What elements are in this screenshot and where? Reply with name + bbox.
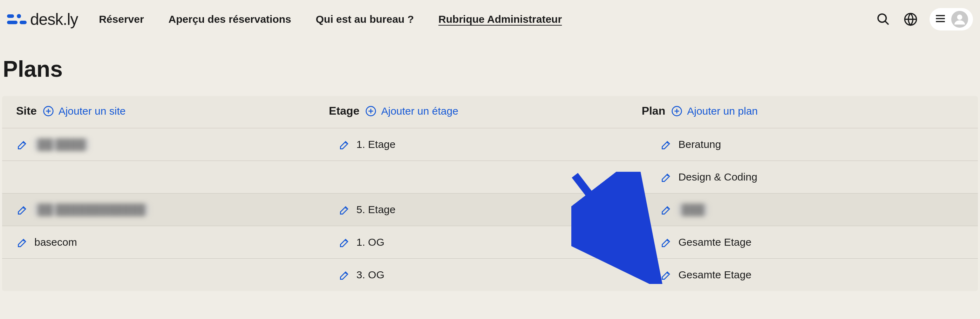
edit-icon[interactable]: [660, 139, 672, 150]
column-plan: Plan Ajouter un plan: [642, 104, 964, 117]
edit-icon[interactable]: [660, 269, 672, 281]
add-site-label: Ajouter un site: [59, 105, 126, 117]
etage-label[interactable]: 1. Etage: [356, 139, 396, 150]
edit-icon[interactable]: [16, 204, 28, 215]
nav-right: [875, 8, 973, 30]
etage-cell: 3. OG: [324, 259, 646, 291]
plan-label[interactable]: ███: [678, 204, 708, 215]
edit-icon[interactable]: [338, 204, 350, 215]
logo-text: desk.ly: [30, 10, 78, 29]
site-cell: [2, 259, 324, 291]
site-cell: [2, 161, 324, 193]
table-row: ██ ████ 1. Etage Beratung: [2, 128, 978, 161]
svg-line-5: [885, 21, 889, 24]
edit-icon[interactable]: [16, 236, 28, 248]
site-column-label: Site: [16, 104, 37, 117]
edit-icon[interactable]: [16, 139, 28, 150]
globe-icon[interactable]: [902, 11, 919, 28]
site-cell: ██ ████████████: [2, 193, 324, 226]
edit-icon[interactable]: [338, 269, 350, 281]
plan-cell: Gesamte Etage: [646, 226, 978, 258]
nav-bureau[interactable]: Qui est au bureau ?: [316, 13, 414, 25]
table-row: Design & Coding: [2, 161, 978, 193]
plan-label[interactable]: Design & Coding: [678, 171, 757, 183]
page-title: Plans: [0, 38, 980, 96]
nav-apercu[interactable]: Aperçu des réservations: [169, 13, 291, 25]
site-label[interactable]: ██ ████████████: [34, 204, 149, 215]
plan-label[interactable]: Gesamte Etage: [678, 269, 751, 281]
site-cell: ██ ████: [2, 128, 324, 161]
plus-circle-icon: [365, 105, 377, 117]
table-row: ██ ████████████ 5. Etage ███: [2, 193, 978, 226]
plan-cell: Gesamte Etage: [646, 259, 978, 291]
table-row: basecom 1. OG Gesamte Etage: [2, 226, 978, 258]
table-row: 3. OG Gesamte Etage: [2, 258, 978, 291]
plus-circle-icon: [42, 105, 54, 117]
plan-label[interactable]: Beratung: [678, 139, 721, 150]
rows: ██ ████ 1. Etage Beratung Design & Codin…: [2, 128, 978, 291]
top-nav: desk.ly Réserver Aperçu des réservations…: [0, 0, 980, 38]
add-site-button[interactable]: Ajouter un site: [42, 105, 126, 117]
etage-cell: 1. OG: [324, 226, 646, 258]
search-icon[interactable]: [875, 11, 892, 28]
column-site: Site Ajouter un site: [16, 104, 329, 117]
etage-cell: 1. Etage: [324, 128, 646, 161]
nav-reserver[interactable]: Réserver: [99, 13, 144, 25]
nav-links: Réserver Aperçu des réservations Qui est…: [99, 13, 562, 25]
columns-header: Site Ajouter un site Etage Ajouter un ét…: [2, 104, 978, 128]
add-plan-label: Ajouter un plan: [687, 105, 758, 117]
logo-icon: [7, 12, 27, 26]
etage-cell: [324, 161, 646, 193]
etage-cell: 5. Etage: [324, 193, 646, 226]
plan-label[interactable]: Gesamte Etage: [678, 236, 751, 248]
logo[interactable]: desk.ly: [7, 10, 78, 29]
svg-rect-3: [20, 21, 27, 24]
etage-label[interactable]: 1. OG: [356, 236, 385, 248]
edit-icon[interactable]: [338, 139, 350, 150]
plus-circle-icon: [671, 105, 683, 117]
plan-cell: ███: [646, 193, 978, 226]
add-plan-button[interactable]: Ajouter un plan: [671, 105, 758, 117]
plan-cell: Design & Coding: [646, 161, 978, 193]
user-menu[interactable]: [929, 8, 973, 30]
etage-label[interactable]: 5. Etage: [356, 204, 396, 215]
add-etage-label: Ajouter un étage: [381, 105, 458, 117]
column-etage: Etage Ajouter un étage: [329, 104, 641, 117]
etage-column-label: Etage: [329, 104, 359, 117]
svg-point-1: [17, 14, 21, 18]
svg-rect-2: [7, 21, 18, 24]
svg-point-10: [957, 15, 963, 20]
nav-admin[interactable]: Rubrique Administrateur: [439, 13, 562, 25]
hamburger-icon: [934, 13, 947, 26]
plans-panel: Site Ajouter un site Etage Ajouter un ét…: [2, 96, 978, 291]
edit-icon[interactable]: [338, 236, 350, 248]
plan-column-label: Plan: [642, 104, 666, 117]
site-label[interactable]: ██ ████: [34, 139, 89, 150]
etage-label[interactable]: 3. OG: [356, 269, 385, 281]
site-label[interactable]: basecom: [34, 236, 77, 248]
edit-icon[interactable]: [660, 236, 672, 248]
svg-point-4: [878, 14, 886, 22]
edit-icon[interactable]: [660, 204, 672, 215]
add-etage-button[interactable]: Ajouter un étage: [365, 105, 458, 117]
plan-cell: Beratung: [646, 128, 978, 161]
edit-icon[interactable]: [660, 171, 672, 183]
svg-rect-0: [7, 14, 14, 18]
site-cell: basecom: [2, 226, 324, 258]
avatar: [951, 11, 968, 28]
